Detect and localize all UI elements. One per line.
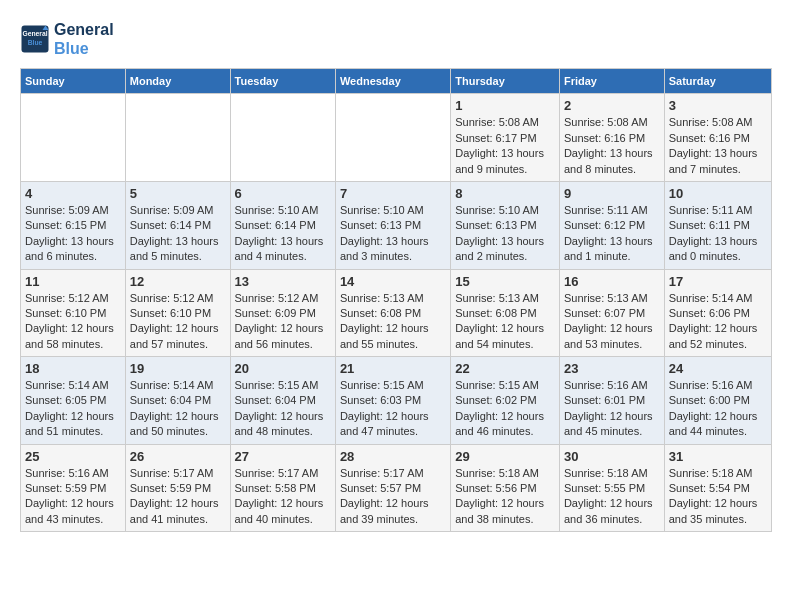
day-info: Sunrise: 5:16 AM Sunset: 6:01 PM Dayligh… bbox=[564, 378, 660, 440]
day-info: Sunrise: 5:15 AM Sunset: 6:03 PM Dayligh… bbox=[340, 378, 446, 440]
day-number: 28 bbox=[340, 449, 446, 464]
day-info: Sunrise: 5:14 AM Sunset: 6:05 PM Dayligh… bbox=[25, 378, 121, 440]
calendar-cell bbox=[21, 94, 126, 182]
day-info: Sunrise: 5:10 AM Sunset: 6:13 PM Dayligh… bbox=[455, 203, 555, 265]
day-info: Sunrise: 5:18 AM Sunset: 5:56 PM Dayligh… bbox=[455, 466, 555, 528]
calendar-cell: 24Sunrise: 5:16 AM Sunset: 6:00 PM Dayli… bbox=[664, 357, 771, 445]
day-number: 18 bbox=[25, 361, 121, 376]
day-number: 10 bbox=[669, 186, 767, 201]
calendar-cell: 8Sunrise: 5:10 AM Sunset: 6:13 PM Daylig… bbox=[451, 181, 560, 269]
day-info: Sunrise: 5:10 AM Sunset: 6:13 PM Dayligh… bbox=[340, 203, 446, 265]
day-info: Sunrise: 5:12 AM Sunset: 6:09 PM Dayligh… bbox=[235, 291, 331, 353]
calendar-cell: 4Sunrise: 5:09 AM Sunset: 6:15 PM Daylig… bbox=[21, 181, 126, 269]
header-thursday: Thursday bbox=[451, 69, 560, 94]
calendar-cell: 10Sunrise: 5:11 AM Sunset: 6:11 PM Dayli… bbox=[664, 181, 771, 269]
day-number: 1 bbox=[455, 98, 555, 113]
page-header: General Blue General Blue bbox=[20, 20, 772, 58]
calendar-cell: 6Sunrise: 5:10 AM Sunset: 6:14 PM Daylig… bbox=[230, 181, 335, 269]
calendar-cell: 5Sunrise: 5:09 AM Sunset: 6:14 PM Daylig… bbox=[125, 181, 230, 269]
weekday-row: Sunday Monday Tuesday Wednesday Thursday… bbox=[21, 69, 772, 94]
calendar-cell: 26Sunrise: 5:17 AM Sunset: 5:59 PM Dayli… bbox=[125, 444, 230, 532]
calendar-cell: 27Sunrise: 5:17 AM Sunset: 5:58 PM Dayli… bbox=[230, 444, 335, 532]
calendar-cell: 31Sunrise: 5:18 AM Sunset: 5:54 PM Dayli… bbox=[664, 444, 771, 532]
day-info: Sunrise: 5:13 AM Sunset: 6:08 PM Dayligh… bbox=[340, 291, 446, 353]
calendar-cell bbox=[125, 94, 230, 182]
day-info: Sunrise: 5:16 AM Sunset: 6:00 PM Dayligh… bbox=[669, 378, 767, 440]
day-number: 30 bbox=[564, 449, 660, 464]
day-number: 4 bbox=[25, 186, 121, 201]
day-number: 22 bbox=[455, 361, 555, 376]
day-info: Sunrise: 5:12 AM Sunset: 6:10 PM Dayligh… bbox=[130, 291, 226, 353]
calendar-week-row: 18Sunrise: 5:14 AM Sunset: 6:05 PM Dayli… bbox=[21, 357, 772, 445]
day-number: 27 bbox=[235, 449, 331, 464]
day-info: Sunrise: 5:08 AM Sunset: 6:16 PM Dayligh… bbox=[564, 115, 660, 177]
day-number: 25 bbox=[25, 449, 121, 464]
day-number: 26 bbox=[130, 449, 226, 464]
logo-icon: General Blue bbox=[20, 24, 50, 54]
day-number: 13 bbox=[235, 274, 331, 289]
day-number: 5 bbox=[130, 186, 226, 201]
day-info: Sunrise: 5:15 AM Sunset: 6:02 PM Dayligh… bbox=[455, 378, 555, 440]
calendar-header: Sunday Monday Tuesday Wednesday Thursday… bbox=[21, 69, 772, 94]
calendar-cell: 1Sunrise: 5:08 AM Sunset: 6:17 PM Daylig… bbox=[451, 94, 560, 182]
day-info: Sunrise: 5:09 AM Sunset: 6:14 PM Dayligh… bbox=[130, 203, 226, 265]
day-info: Sunrise: 5:17 AM Sunset: 5:57 PM Dayligh… bbox=[340, 466, 446, 528]
calendar-cell: 28Sunrise: 5:17 AM Sunset: 5:57 PM Dayli… bbox=[335, 444, 450, 532]
calendar-cell: 29Sunrise: 5:18 AM Sunset: 5:56 PM Dayli… bbox=[451, 444, 560, 532]
day-info: Sunrise: 5:11 AM Sunset: 6:11 PM Dayligh… bbox=[669, 203, 767, 265]
calendar-cell: 25Sunrise: 5:16 AM Sunset: 5:59 PM Dayli… bbox=[21, 444, 126, 532]
logo: General Blue General Blue bbox=[20, 20, 114, 58]
calendar-table: Sunday Monday Tuesday Wednesday Thursday… bbox=[20, 68, 772, 532]
logo-text-general: General bbox=[54, 20, 114, 39]
day-info: Sunrise: 5:13 AM Sunset: 6:08 PM Dayligh… bbox=[455, 291, 555, 353]
day-number: 29 bbox=[455, 449, 555, 464]
day-info: Sunrise: 5:16 AM Sunset: 5:59 PM Dayligh… bbox=[25, 466, 121, 528]
calendar-cell: 18Sunrise: 5:14 AM Sunset: 6:05 PM Dayli… bbox=[21, 357, 126, 445]
day-info: Sunrise: 5:14 AM Sunset: 6:06 PM Dayligh… bbox=[669, 291, 767, 353]
header-tuesday: Tuesday bbox=[230, 69, 335, 94]
header-monday: Monday bbox=[125, 69, 230, 94]
calendar-cell: 9Sunrise: 5:11 AM Sunset: 6:12 PM Daylig… bbox=[559, 181, 664, 269]
calendar-cell: 11Sunrise: 5:12 AM Sunset: 6:10 PM Dayli… bbox=[21, 269, 126, 357]
svg-text:General: General bbox=[22, 30, 47, 37]
calendar-week-row: 1Sunrise: 5:08 AM Sunset: 6:17 PM Daylig… bbox=[21, 94, 772, 182]
day-number: 21 bbox=[340, 361, 446, 376]
day-info: Sunrise: 5:17 AM Sunset: 5:58 PM Dayligh… bbox=[235, 466, 331, 528]
calendar-week-row: 4Sunrise: 5:09 AM Sunset: 6:15 PM Daylig… bbox=[21, 181, 772, 269]
calendar-cell: 30Sunrise: 5:18 AM Sunset: 5:55 PM Dayli… bbox=[559, 444, 664, 532]
day-number: 3 bbox=[669, 98, 767, 113]
day-info: Sunrise: 5:13 AM Sunset: 6:07 PM Dayligh… bbox=[564, 291, 660, 353]
day-info: Sunrise: 5:09 AM Sunset: 6:15 PM Dayligh… bbox=[25, 203, 121, 265]
day-number: 6 bbox=[235, 186, 331, 201]
calendar-cell: 2Sunrise: 5:08 AM Sunset: 6:16 PM Daylig… bbox=[559, 94, 664, 182]
day-number: 31 bbox=[669, 449, 767, 464]
calendar-cell: 12Sunrise: 5:12 AM Sunset: 6:10 PM Dayli… bbox=[125, 269, 230, 357]
day-number: 15 bbox=[455, 274, 555, 289]
day-number: 16 bbox=[564, 274, 660, 289]
day-number: 11 bbox=[25, 274, 121, 289]
day-info: Sunrise: 5:14 AM Sunset: 6:04 PM Dayligh… bbox=[130, 378, 226, 440]
calendar-cell: 3Sunrise: 5:08 AM Sunset: 6:16 PM Daylig… bbox=[664, 94, 771, 182]
day-info: Sunrise: 5:18 AM Sunset: 5:54 PM Dayligh… bbox=[669, 466, 767, 528]
calendar-cell: 17Sunrise: 5:14 AM Sunset: 6:06 PM Dayli… bbox=[664, 269, 771, 357]
day-number: 24 bbox=[669, 361, 767, 376]
day-info: Sunrise: 5:11 AM Sunset: 6:12 PM Dayligh… bbox=[564, 203, 660, 265]
calendar-cell: 7Sunrise: 5:10 AM Sunset: 6:13 PM Daylig… bbox=[335, 181, 450, 269]
day-number: 7 bbox=[340, 186, 446, 201]
day-number: 23 bbox=[564, 361, 660, 376]
calendar-cell: 16Sunrise: 5:13 AM Sunset: 6:07 PM Dayli… bbox=[559, 269, 664, 357]
calendar-cell: 22Sunrise: 5:15 AM Sunset: 6:02 PM Dayli… bbox=[451, 357, 560, 445]
calendar-cell: 14Sunrise: 5:13 AM Sunset: 6:08 PM Dayli… bbox=[335, 269, 450, 357]
calendar-body: 1Sunrise: 5:08 AM Sunset: 6:17 PM Daylig… bbox=[21, 94, 772, 532]
day-number: 9 bbox=[564, 186, 660, 201]
calendar-cell: 15Sunrise: 5:13 AM Sunset: 6:08 PM Dayli… bbox=[451, 269, 560, 357]
header-sunday: Sunday bbox=[21, 69, 126, 94]
day-info: Sunrise: 5:10 AM Sunset: 6:14 PM Dayligh… bbox=[235, 203, 331, 265]
header-friday: Friday bbox=[559, 69, 664, 94]
day-number: 14 bbox=[340, 274, 446, 289]
calendar-cell: 20Sunrise: 5:15 AM Sunset: 6:04 PM Dayli… bbox=[230, 357, 335, 445]
calendar-cell: 19Sunrise: 5:14 AM Sunset: 6:04 PM Dayli… bbox=[125, 357, 230, 445]
day-info: Sunrise: 5:18 AM Sunset: 5:55 PM Dayligh… bbox=[564, 466, 660, 528]
calendar-cell bbox=[335, 94, 450, 182]
calendar-cell bbox=[230, 94, 335, 182]
